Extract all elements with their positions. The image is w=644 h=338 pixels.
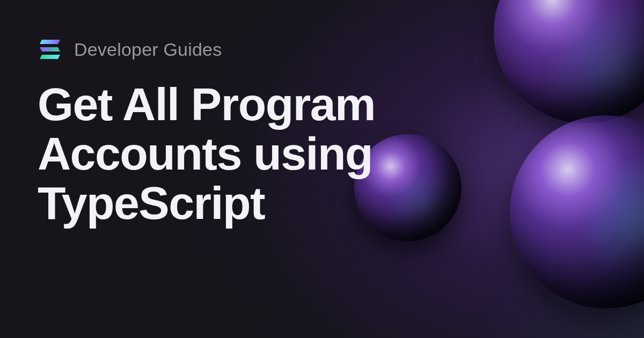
eyebrow-label: Developer Guides — [74, 39, 222, 60]
hero-content: Developer Guides Get All Program Account… — [0, 0, 644, 266]
brand-row: Developer Guides — [38, 39, 606, 60]
solana-logo-icon — [38, 39, 62, 60]
page-title: Get All Program Accounts using TypeScrip… — [38, 79, 478, 227]
